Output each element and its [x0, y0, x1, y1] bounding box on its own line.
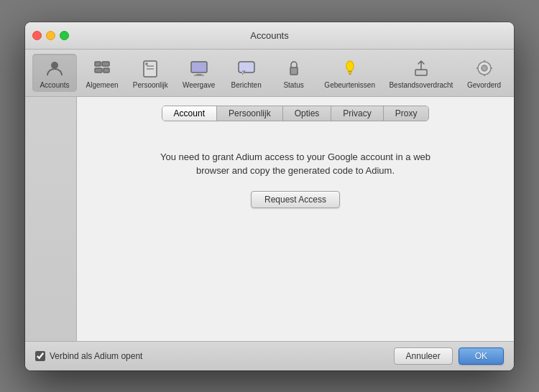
minimize-button[interactable] — [46, 31, 55, 40]
svg-point-14 — [346, 61, 354, 71]
bestandsoverdracht-icon — [410, 57, 433, 80]
svg-rect-9 — [191, 62, 207, 73]
svg-point-0 — [51, 62, 58, 69]
window-title: Accounts — [250, 30, 288, 41]
main-window: Accounts Accounts Algem — [25, 22, 514, 370]
info-text-line1: You need to grant Adium access to your G… — [160, 151, 430, 162]
status-icon — [282, 57, 305, 80]
content-area: Account Persoonlijk Opties Privacy Proxy… — [25, 97, 514, 341]
toolbar-item-gebeurtenissen[interactable]: Gebeurtenissen — [319, 54, 381, 92]
svg-rect-15 — [348, 71, 352, 73]
info-text-line2: browser and copy the generated code to A… — [196, 165, 395, 176]
svg-rect-17 — [415, 70, 427, 75]
svg-rect-1 — [95, 62, 101, 66]
verbind-label-text: Verbind als Adium opent — [50, 351, 142, 361]
svg-rect-3 — [95, 68, 102, 73]
gevorderd-icon — [473, 57, 496, 80]
toolbar-label-bestandsoverdracht: Bestandsoverdracht — [389, 81, 453, 89]
svg-point-19 — [482, 65, 487, 71]
bottom-buttons: Annuleer OK — [394, 347, 504, 365]
toolbar-item-status[interactable]: Status — [272, 54, 316, 92]
accounts-icon — [43, 57, 66, 80]
berichten-icon — [235, 57, 258, 80]
ok-button[interactable]: OK — [459, 347, 504, 365]
algemeen-icon — [91, 57, 114, 80]
maximize-button[interactable] — [60, 31, 69, 40]
toolbar: Accounts Algemeen — [25, 50, 514, 97]
toolbar-label-persoonlijk: Persoonlijk — [133, 81, 168, 89]
verbind-checkbox[interactable] — [35, 351, 45, 361]
titlebar: Accounts — [25, 22, 514, 50]
main-body: You need to grant Adium access to your G… — [77, 129, 514, 341]
verbind-checkbox-label[interactable]: Verbind als Adium opent — [35, 351, 142, 361]
window-controls — [32, 31, 69, 40]
toolbar-item-accounts[interactable]: Accounts — [32, 54, 77, 92]
sidebar — [25, 97, 77, 341]
svg-rect-16 — [349, 73, 351, 75]
tab-opties[interactable]: Opties — [283, 106, 332, 121]
svg-rect-13 — [290, 67, 298, 75]
toolbar-label-berichten: Berichten — [231, 81, 261, 89]
persoonlijk-icon — [139, 57, 162, 80]
info-text: You need to grant Adium access to your G… — [160, 150, 430, 178]
request-access-button[interactable]: Request Access — [251, 191, 340, 208]
toolbar-item-persoonlijk[interactable]: Persoonlijk — [127, 54, 174, 92]
toolbar-item-gevorderd[interactable]: Gevorderd — [461, 54, 507, 92]
toolbar-item-algemeen[interactable]: Algemeen — [80, 54, 124, 92]
toolbar-item-weergave[interactable]: Weergave — [177, 54, 221, 92]
toolbar-label-algemeen: Algemeen — [86, 81, 118, 89]
tab-bar: Account Persoonlijk Opties Privacy Proxy — [162, 106, 430, 121]
tab-account[interactable]: Account — [162, 106, 217, 121]
weergave-icon — [188, 57, 211, 80]
tab-privacy[interactable]: Privacy — [331, 106, 383, 121]
toolbar-item-bestandsoverdracht[interactable]: Bestandsoverdracht — [384, 54, 459, 92]
svg-point-8 — [145, 62, 148, 65]
toolbar-label-weergave: Weergave — [183, 81, 215, 89]
close-button[interactable] — [32, 31, 42, 40]
toolbar-label-gebeurtenissen: Gebeurtenissen — [324, 81, 375, 89]
svg-rect-2 — [102, 62, 109, 66]
tab-persoonlijk[interactable]: Persoonlijk — [217, 106, 283, 121]
bottom-bar: Verbind als Adium opent Annuleer OK — [25, 341, 514, 370]
tab-proxy[interactable]: Proxy — [384, 106, 429, 121]
toolbar-label-gevorderd: Gevorderd — [467, 81, 501, 89]
svg-rect-4 — [103, 68, 109, 73]
cancel-button[interactable]: Annuleer — [394, 347, 453, 365]
toolbar-item-berichten[interactable]: Berichten — [224, 54, 269, 92]
tab-container: Account Persoonlijk Opties Privacy Proxy — [77, 97, 514, 129]
gebeurtenissen-icon — [338, 57, 361, 80]
svg-rect-12 — [239, 62, 254, 73]
toolbar-label-accounts: Accounts — [40, 81, 69, 89]
main-panel: Account Persoonlijk Opties Privacy Proxy… — [77, 97, 514, 341]
toolbar-label-status: Status — [283, 81, 303, 89]
